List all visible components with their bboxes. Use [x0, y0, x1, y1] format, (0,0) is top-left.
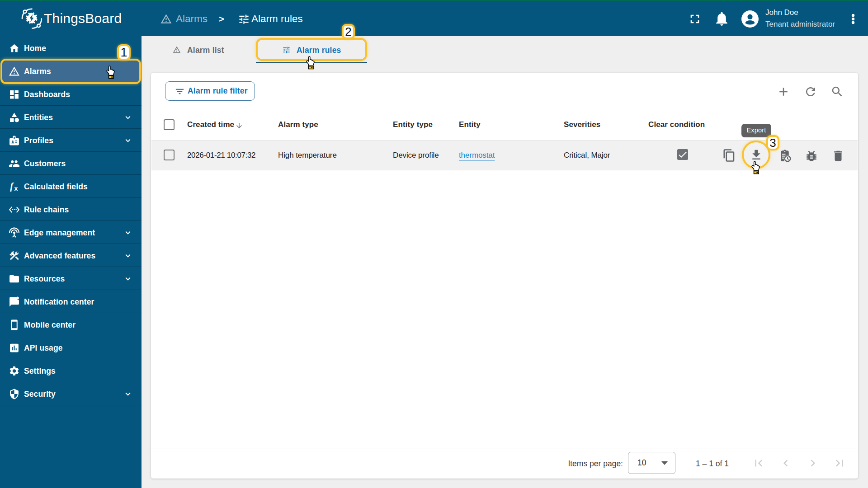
- svg-text:f: f: [10, 181, 14, 191]
- svg-text:x: x: [14, 185, 18, 192]
